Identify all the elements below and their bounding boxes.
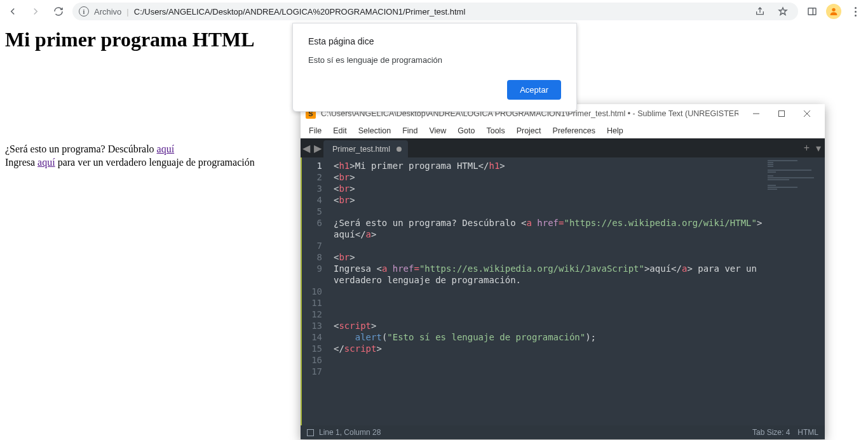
svg-point-2 xyxy=(832,8,835,11)
js-alert-dialog: Esta página dice Esto sí es lenguaje de … xyxy=(292,23,577,112)
close-button[interactable] xyxy=(794,105,820,123)
share-icon[interactable] xyxy=(751,3,769,20)
menu-preferences[interactable]: Preferences xyxy=(547,125,601,137)
line-gutter: 1 2 3 4 5 6 7 8 9 10 11 12 13 14 15 16 1… xyxy=(301,157,327,425)
minimap[interactable] xyxy=(768,157,825,425)
address-path: C:/Users/ANGELICA/Desktop/ANDREA/LOGICA%… xyxy=(134,7,746,17)
svg-rect-4 xyxy=(779,111,785,117)
back-button[interactable] xyxy=(4,3,22,20)
tab-nav-back-icon[interactable]: ◀ xyxy=(301,138,312,157)
address-scheme-label: Archivo xyxy=(94,7,121,17)
sublime-tabbar: ◀ ▶ Primer_test.html + ▾ xyxy=(301,138,825,157)
alert-accept-button[interactable]: Aceptar xyxy=(507,80,561,100)
tab-nav-fwd-icon[interactable]: ▶ xyxy=(312,138,323,157)
reload-button[interactable] xyxy=(50,3,67,20)
menu-goto[interactable]: Goto xyxy=(452,125,480,137)
dirty-indicator-icon xyxy=(397,147,402,152)
sublime-statusbar: Line 1, Column 28 Tab Size: 4 HTML xyxy=(301,425,825,439)
sublime-window: S C:\Users\ANGELICA\Desktop\ANDREA\LOGIC… xyxy=(301,104,825,439)
address-bar[interactable]: i Archivo | C:/Users/ANGELICA/Desktop/AN… xyxy=(72,3,798,20)
menu-selection[interactable]: Selection xyxy=(353,125,397,137)
status-tabsize[interactable]: Tab Size: 4 xyxy=(752,428,790,437)
menu-edit[interactable]: Edit xyxy=(327,125,353,137)
kebab-menu[interactable] xyxy=(846,3,864,20)
status-cursor: Line 1, Column 28 xyxy=(319,428,381,437)
menu-project[interactable]: Project xyxy=(511,125,547,137)
maximize-button[interactable] xyxy=(769,105,794,123)
alert-title: Esta página dice xyxy=(308,36,561,46)
alert-message: Esto sí es lenguaje de programación xyxy=(308,55,561,65)
menu-tools[interactable]: Tools xyxy=(480,125,510,137)
menu-help[interactable]: Help xyxy=(601,125,629,137)
link-aqui-1[interactable]: aquí xyxy=(157,143,175,154)
editor-tab[interactable]: Primer_test.html xyxy=(323,140,408,157)
svg-rect-0 xyxy=(808,8,816,15)
menu-file[interactable]: File xyxy=(303,125,327,137)
minimize-button[interactable] xyxy=(743,105,769,123)
code-editor[interactable]: <h1>Mi primer programa HTML</h1> <br> <b… xyxy=(327,157,768,425)
link-aqui-2[interactable]: aquí xyxy=(37,157,55,168)
menu-view[interactable]: View xyxy=(423,125,452,137)
info-icon: i xyxy=(79,6,89,17)
browser-toolbar: i Archivo | C:/Users/ANGELICA/Desktop/AN… xyxy=(0,0,868,23)
panel-icon[interactable] xyxy=(803,3,821,20)
new-tab-icon[interactable]: + xyxy=(804,142,810,154)
menu-find[interactable]: Find xyxy=(397,125,423,137)
tab-label: Primer_test.html xyxy=(332,145,390,154)
status-syntax[interactable]: HTML xyxy=(797,428,818,437)
status-panel-icon[interactable] xyxy=(307,429,314,436)
star-icon[interactable] xyxy=(774,3,792,20)
tab-menu-icon[interactable]: ▾ xyxy=(816,142,821,154)
sublime-menubar: File Edit Selection Find View Goto Tools… xyxy=(301,123,825,138)
forward-button[interactable] xyxy=(27,3,44,20)
profile-avatar[interactable] xyxy=(826,4,841,19)
